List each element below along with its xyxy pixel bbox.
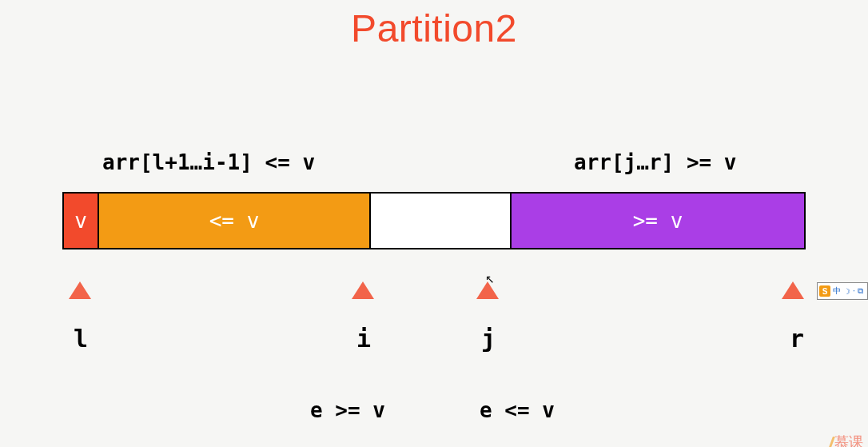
watermark-text: 慕课 (834, 434, 863, 447)
ime-toolbar[interactable]: S 中 ☽ ∙ ⧉ (817, 282, 868, 300)
segment-le: <= v (99, 194, 371, 248)
pointer-triangle-l (69, 281, 91, 299)
ime-moon-icon: ☽ (843, 287, 850, 296)
pointer-label-i: i (356, 325, 371, 353)
pointer-triangle-r (782, 281, 804, 299)
pointer-label-r: r (790, 325, 804, 353)
page-title: Partition2 (0, 6, 868, 50)
condition-right: e <= v (480, 398, 555, 422)
pointer-triangle-i (352, 281, 374, 299)
mouse-cursor-icon: ↖ (485, 273, 495, 285)
segment-ge: >= v (512, 194, 804, 248)
condition-left: e >= v (310, 398, 385, 422)
pointer-label-l: l (74, 325, 88, 353)
annotation-left-range: arr[l+1…i-1] <= v (102, 150, 315, 174)
watermark: 慕课 (830, 433, 863, 447)
ime-extra-icon: ∙ ⧉ (853, 286, 863, 296)
annotation-right-range: arr[j…r] >= v (574, 150, 737, 174)
segment-gap (371, 194, 512, 248)
ime-lang-label: 中 (833, 285, 841, 297)
ime-badge-icon: S (819, 285, 830, 297)
diagram-canvas: Partition2 arr[l+1…i-1] <= v arr[j…r] >=… (0, 6, 868, 447)
pointer-label-j: j (481, 325, 496, 353)
segment-pivot: v (64, 194, 99, 248)
array-box: v <= v >= v (62, 192, 806, 249)
